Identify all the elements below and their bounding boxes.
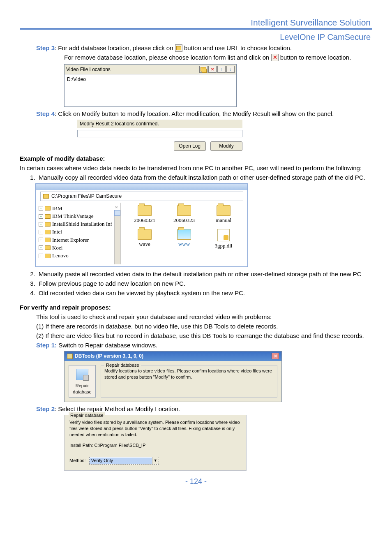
- explorer-address-bar[interactable]: C:\Program Files\IP CamSecure: [40, 192, 243, 201]
- file-item[interactable]: 20060321: [125, 205, 164, 224]
- header-title-1: Intelligent Surveillance Solution: [20, 16, 372, 28]
- tree-item: +Internet Explorer: [38, 236, 119, 244]
- dropdown-arrow-icon[interactable]: ▼: [152, 457, 159, 464]
- example-list-cont: Manually paste all recorded video data t…: [30, 270, 372, 297]
- tree-label[interactable]: Koei: [52, 244, 62, 252]
- expand-icon[interactable]: +: [39, 214, 43, 219]
- remove-location-button[interactable]: ✕: [208, 66, 217, 73]
- example-list: Manually copy all recorded video data fr…: [30, 173, 372, 182]
- close-button[interactable]: ✕: [272, 353, 279, 359]
- modify-result-panel: Modify Result 2 locations confirmed. Ope…: [77, 120, 242, 151]
- dbtools-window: DBTools (IP version 3, 1, 0, 0) ✕ Repair…: [64, 351, 282, 402]
- expand-icon[interactable]: +: [39, 254, 43, 258]
- method-select-value: Verify Only: [90, 458, 152, 464]
- move-up-button[interactable]: ↑: [217, 66, 226, 73]
- step3-line1: Step 3: For add database location, pleas…: [36, 44, 372, 52]
- page-number: - 124 -: [20, 476, 372, 487]
- verify-step1-text: Switch to Repair database windows.: [57, 342, 157, 349]
- verify-heading: For verify and repair proposes:: [20, 303, 372, 312]
- video-file-locations-panel: Video File Locations ✕ ↑ ↓ D:\Video: [64, 64, 237, 107]
- tree-label[interactable]: Internet Explorer: [52, 236, 89, 244]
- example-heading: Example of modify database:: [20, 154, 372, 163]
- step3-label: Step 3: [36, 44, 55, 51]
- tree-item: +Intel: [38, 228, 119, 236]
- folder-icon: [217, 205, 231, 216]
- open-log-button[interactable]: Open Log: [174, 141, 206, 151]
- file-label: www: [164, 240, 204, 248]
- file-label: wave: [125, 240, 164, 248]
- vfl-header-label: Video File Locations: [66, 66, 198, 73]
- add-location-button[interactable]: [199, 66, 208, 73]
- vfl-list[interactable]: D:\Video: [65, 74, 236, 106]
- repair2-text: Verify video files stored by surveillanc…: [69, 419, 241, 438]
- repair-database-tab[interactable]: Repair database: [69, 365, 96, 398]
- expand-icon[interactable]: +: [39, 245, 43, 250]
- folder-icon: [45, 230, 51, 234]
- explorer-address-text: C:\Program Files\IP CamSecure: [51, 193, 122, 200]
- method-select[interactable]: Verify Only ▼: [89, 457, 159, 465]
- folder-open-icon: [175, 44, 182, 52]
- step4-label: Step 4: [36, 110, 55, 117]
- folder-icon: [45, 254, 51, 258]
- tree-label[interactable]: IBM: [52, 205, 62, 212]
- folder-icon: [138, 229, 152, 240]
- move-down-button[interactable]: ↓: [226, 66, 235, 73]
- repair-database-icon: [76, 369, 88, 380]
- tree-scroll-up[interactable]: [114, 210, 120, 216]
- dbtools-title-text: DBTools (IP version 3, 1, 0, 0): [75, 353, 143, 360]
- step3-line2: For remove database location, please cho…: [64, 53, 372, 62]
- fieldset-legend: Repair database: [104, 362, 141, 368]
- tree-label[interactable]: InstallShield Installation Inf: [52, 220, 112, 228]
- file-item[interactable]: 20060323: [164, 205, 204, 224]
- expand-icon[interactable]: +: [39, 230, 43, 234]
- repair-label-2: database: [70, 389, 95, 395]
- folder-icon: [45, 214, 51, 219]
- verify-point-1: (1) If there are records in database, bu…: [36, 322, 372, 331]
- tree-label[interactable]: Lenovo: [52, 252, 69, 259]
- step3-text-a: : For add database location, please clic…: [55, 44, 175, 51]
- explorer-file-pane[interactable]: 20060321 20060323 manual wave www 3gpp.d…: [121, 203, 247, 264]
- verify-step2-text: : Select the repair Method as Modify Loc…: [55, 405, 180, 412]
- folder-icon: [45, 245, 51, 250]
- fieldset-text: Modify locations to store video files. P…: [104, 368, 274, 380]
- list-item: Follow previous page to add new location…: [37, 279, 372, 288]
- folder-icon: [45, 238, 51, 242]
- file-label: 20060323: [164, 217, 204, 224]
- folder-icon: [45, 222, 51, 227]
- verify-step1: Step 1: Switch to Repair database window…: [36, 341, 372, 349]
- modify-button[interactable]: Modify: [210, 141, 242, 151]
- folder-icon: [138, 205, 152, 216]
- list-item: Old recorded video data can be viewed by…: [37, 289, 372, 297]
- tree-scrollbar[interactable]: [114, 210, 120, 264]
- repair-label-1: Repair: [70, 383, 95, 389]
- expand-icon[interactable]: +: [39, 222, 43, 227]
- vfl-header: Video File Locations ✕ ↑ ↓: [65, 65, 236, 74]
- app-icon: [67, 354, 73, 359]
- step3-text-d: button to remove location.: [280, 54, 351, 61]
- modify-result-progress: [77, 130, 242, 137]
- folder-icon: [43, 194, 49, 199]
- tree-item: +InstallShield Installation Inf: [38, 220, 119, 228]
- tree-label[interactable]: Intel: [52, 228, 62, 236]
- file-label: 20060321: [125, 217, 164, 224]
- step3-text-c: For remove database location, please cho…: [64, 54, 271, 61]
- folder-icon: [45, 206, 51, 210]
- file-item[interactable]: wave: [125, 229, 164, 250]
- file-item[interactable]: 3gpp.dll: [204, 229, 243, 250]
- verify-point-2: (2) If there are video files but no reco…: [36, 331, 372, 340]
- step3-text-b: button and use URL to choose location.: [184, 44, 292, 51]
- tree-item: +Koei: [38, 244, 119, 252]
- list-item: Manually paste all recorded video data t…: [37, 270, 372, 278]
- file-item[interactable]: www: [164, 229, 204, 250]
- file-item[interactable]: manual: [204, 205, 243, 224]
- expand-icon[interactable]: +: [39, 238, 43, 242]
- repair2-legend: Repair database: [69, 412, 105, 419]
- step4-text: : Click on Modify button to modify locat…: [55, 110, 334, 117]
- dll-file-icon: [217, 229, 230, 241]
- vfl-list-item[interactable]: D:\Video: [67, 76, 234, 83]
- header-title-2: LevelOne IP CamSecure: [20, 31, 372, 43]
- explorer-tree[interactable]: × +IBM +IBM ThinkVantage +InstallShield …: [36, 203, 121, 264]
- repair-database-fieldset: Repair database Modify locations to stor…: [101, 365, 277, 398]
- expand-icon[interactable]: +: [39, 206, 43, 210]
- tree-label[interactable]: IBM ThinkVantage: [52, 213, 94, 220]
